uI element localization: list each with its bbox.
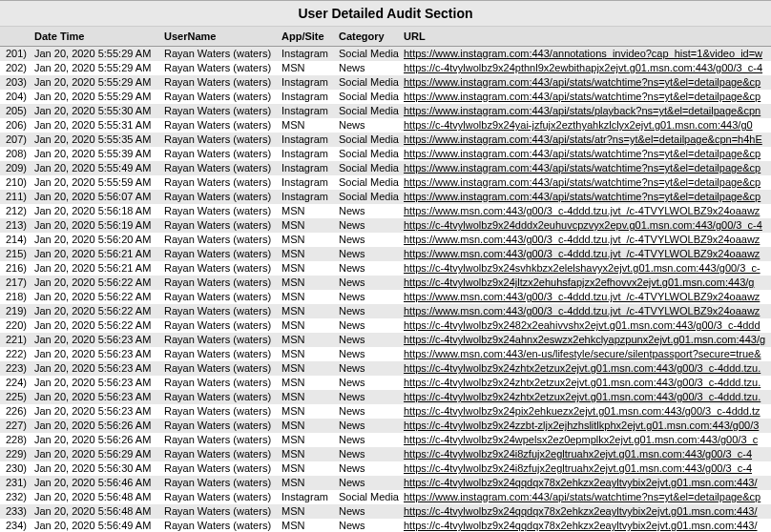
row-datetime: Jan 20, 2020 5:56:18 AM — [29, 204, 162, 218]
row-url[interactable]: https://www.msn.com:443/g00/3_c-4ddd.tzu… — [404, 304, 771, 318]
row-url[interactable]: https://www.msn.com:443/g00/3_c-4ddd.tzu… — [404, 290, 771, 304]
row-username: Rayan Waters (waters) — [162, 476, 281, 490]
table-row: 216)Jan 20, 2020 5:56:21 AMRayan Waters … — [0, 261, 771, 276]
row-category: Social Media — [339, 161, 404, 175]
row-num: 211) — [0, 190, 29, 204]
row-appsite: MSN — [281, 404, 339, 419]
row-category: Social Media — [339, 147, 404, 161]
row-url[interactable]: https://www.instagram.com:443/api/stats/… — [404, 90, 771, 104]
row-url[interactable]: https://c-4tvylwolbz9x24zhtx2etzux2ejvt.… — [404, 390, 771, 404]
row-url[interactable]: https://www.msn.com:443/g00/3_c-4ddd.tzu… — [404, 247, 771, 261]
row-datetime: Jan 20, 2020 5:55:29 AM — [29, 90, 162, 104]
row-url[interactable]: https://www.msn.com:443/g00/3_c-4ddd.tzu… — [404, 204, 771, 218]
row-url[interactable]: https://www.instagram.com:443/api/stats/… — [404, 161, 771, 175]
row-url[interactable]: https://www.instagram.com:443/api/stats/… — [404, 75, 771, 90]
row-category: News — [339, 61, 404, 75]
row-datetime: Jan 20, 2020 5:56:23 AM — [29, 347, 162, 361]
row-url[interactable]: https://www.instagram.com:443/api/stats/… — [404, 175, 771, 190]
row-category: News — [339, 247, 404, 261]
row-category: News — [339, 204, 404, 218]
row-username: Rayan Waters (waters) — [162, 276, 281, 290]
row-url[interactable]: https://www.instagram.com:443/api/stats/… — [404, 490, 771, 504]
row-appsite: MSN — [281, 290, 339, 304]
row-url[interactable]: https://www.msn.com:443/en-us/lifestyle/… — [404, 347, 771, 361]
row-username: Rayan Waters (waters) — [162, 361, 281, 376]
table-row: 202)Jan 20, 2020 5:55:29 AMRayan Waters … — [0, 61, 771, 75]
row-url[interactable]: https://www.instagram.com:443/api/stats/… — [404, 147, 771, 161]
row-num: 223) — [0, 361, 29, 376]
table-row: 218)Jan 20, 2020 5:56:22 AMRayan Waters … — [0, 290, 771, 304]
table-row: 207)Jan 20, 2020 5:55:35 AMRayan Waters … — [0, 133, 771, 147]
row-url[interactable]: https://c-4tvylwolbz9x24pthnl9x2ewbithap… — [404, 61, 771, 75]
row-username: Rayan Waters (waters) — [162, 104, 281, 118]
row-datetime: Jan 20, 2020 5:56:46 AM — [29, 476, 162, 490]
row-username: Rayan Waters (waters) — [162, 318, 281, 333]
row-datetime: Jan 20, 2020 5:56:23 AM — [29, 361, 162, 376]
row-url[interactable]: https://www.instagram.com:443/api/stats/… — [404, 104, 771, 118]
header-category: Category — [339, 31, 404, 42]
row-datetime: Jan 20, 2020 5:56:22 AM — [29, 290, 162, 304]
table-row: 227)Jan 20, 2020 5:56:26 AMRayan Waters … — [0, 419, 771, 433]
row-url[interactable]: https://www.instagram.com:443/annotation… — [404, 47, 771, 61]
row-category: Social Media — [339, 133, 404, 147]
row-username: Rayan Waters (waters) — [162, 347, 281, 361]
row-category: News — [339, 333, 404, 347]
row-url[interactable]: https://c-4tvylwolbz9x24qqdqx78x2ehkzx2e… — [404, 476, 771, 490]
table-row: 223)Jan 20, 2020 5:56:23 AMRayan Waters … — [0, 361, 771, 376]
row-username: Rayan Waters (waters) — [162, 233, 281, 247]
row-appsite: MSN — [281, 276, 339, 290]
row-category: Social Media — [339, 75, 404, 90]
row-url[interactable]: https://c-4tvylwolbz9x24ahnx2eswzx2ehkcl… — [404, 333, 771, 347]
row-category: News — [339, 447, 404, 461]
row-url[interactable]: https://c-4tvylwolbz9x24i8zfujx2egltruah… — [404, 461, 771, 476]
row-url[interactable]: https://c-4tvylwolbz9x2482x2eahivvshx2ej… — [404, 318, 771, 333]
row-url[interactable]: https://c-4tvylwolbz9x24zhtx2etzux2ejvt.… — [404, 376, 771, 390]
row-appsite: MSN — [281, 461, 339, 476]
row-category: News — [339, 419, 404, 433]
row-url[interactable]: https://c-4tvylwolbz9x24dddx2euhuvcpzvyx… — [404, 218, 771, 233]
row-category: Social Media — [339, 90, 404, 104]
row-url[interactable]: https://c-4tvylwolbz9x24zhtx2etzux2ejvt.… — [404, 361, 771, 376]
row-username: Rayan Waters (waters) — [162, 204, 281, 218]
row-url[interactable]: https://c-4tvylwolbz9x24jltzx2ehuhsfapjz… — [404, 276, 771, 290]
row-num: 230) — [0, 461, 29, 476]
row-appsite: MSN — [281, 504, 339, 519]
row-num: 216) — [0, 261, 29, 276]
row-username: Rayan Waters (waters) — [162, 190, 281, 204]
row-url[interactable]: https://www.msn.com:443/g00/3_c-4ddd.tzu… — [404, 233, 771, 247]
table-row: 234)Jan 20, 2020 5:56:49 AMRayan Waters … — [0, 519, 771, 532]
table-row: 203)Jan 20, 2020 5:55:29 AMRayan Waters … — [0, 75, 771, 90]
row-appsite: MSN — [281, 419, 339, 433]
row-url[interactable]: https://c-4tvylwolbz9x24pix2ehkuezx2ejvt… — [404, 404, 771, 419]
row-url[interactable]: https://c-4tvylwolbz9x24qqdqx78x2ehkzx2e… — [404, 519, 771, 532]
row-num: 226) — [0, 404, 29, 419]
row-url[interactable]: https://c-4tvylwolbz9x24wpelsx2ez0epmplk… — [404, 433, 771, 447]
row-url[interactable]: https://c-4tvylwolbz9x24svhkbzx2elelshav… — [404, 261, 771, 276]
row-datetime: Jan 20, 2020 5:56:21 AM — [29, 247, 162, 261]
row-category: News — [339, 318, 404, 333]
table-row: 225)Jan 20, 2020 5:56:23 AMRayan Waters … — [0, 390, 771, 404]
row-category: News — [339, 276, 404, 290]
row-category: News — [339, 390, 404, 404]
row-datetime: Jan 20, 2020 5:56:19 AM — [29, 218, 162, 233]
row-username: Rayan Waters (waters) — [162, 404, 281, 419]
row-url[interactable]: https://c-4tvylwolbz9x24zzbt-zljx2ejhzhs… — [404, 419, 771, 433]
row-num: 207) — [0, 133, 29, 147]
row-appsite: MSN — [281, 304, 339, 318]
row-url[interactable]: https://www.instagram.com:443/api/stats/… — [404, 190, 771, 204]
row-category: News — [339, 304, 404, 318]
row-url[interactable]: https://c-4tvylwolbz9x24i8zfujx2egltruah… — [404, 447, 771, 461]
table-row: 233)Jan 20, 2020 5:56:48 AMRayan Waters … — [0, 504, 771, 519]
row-datetime: Jan 20, 2020 5:55:35 AM — [29, 133, 162, 147]
row-datetime: Jan 20, 2020 5:56:22 AM — [29, 318, 162, 333]
row-num: 206) — [0, 118, 29, 133]
row-num: 228) — [0, 433, 29, 447]
table-row: 217)Jan 20, 2020 5:56:22 AMRayan Waters … — [0, 276, 771, 290]
row-appsite: Instagram — [281, 490, 339, 504]
row-url[interactable]: https://c-4tvylwolbz9x24yai-jzfujx2ezthy… — [404, 118, 771, 133]
table-row: 222)Jan 20, 2020 5:56:23 AMRayan Waters … — [0, 347, 771, 361]
row-url[interactable]: https://c-4tvylwolbz9x24qqdqx78x2ehkzx2e… — [404, 504, 771, 519]
row-datetime: Jan 20, 2020 5:56:20 AM — [29, 233, 162, 247]
table-row: 205)Jan 20, 2020 5:55:30 AMRayan Waters … — [0, 104, 771, 118]
row-url[interactable]: https://www.instagram.com:443/api/stats/… — [404, 133, 771, 147]
